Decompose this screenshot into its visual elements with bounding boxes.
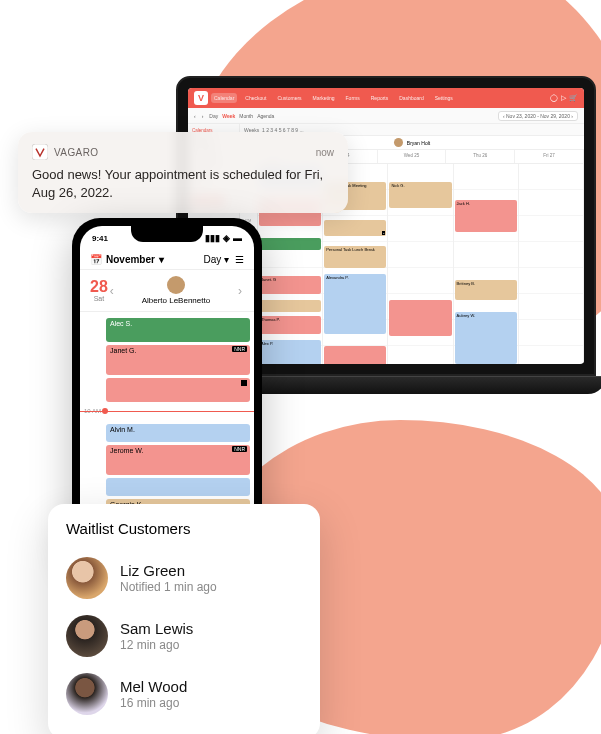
signal-icon: ▮▮▮ (205, 233, 220, 243)
play-icon[interactable]: ▷ (561, 94, 566, 102)
vagaro-app-icon (32, 144, 48, 160)
current-time-indicator (80, 411, 254, 412)
nav-dashboard[interactable]: Dashboard (396, 93, 426, 103)
nav-reports[interactable]: Reports (368, 93, 392, 103)
battery-icon: ▬ (233, 233, 242, 243)
staff-selector[interactable]: Alberto LeBennetto (116, 276, 236, 305)
push-notification[interactable]: VAGARO now Good news! Your appointment i… (18, 132, 348, 213)
calendar-event[interactable]: Aubrey W. (455, 312, 517, 364)
notification-app-name: VAGARO (54, 147, 98, 158)
calendar-event[interactable] (106, 378, 250, 402)
avatar (66, 557, 108, 599)
prev-staff-icon[interactable]: ‹ (108, 284, 116, 298)
waitlist-item[interactable]: Liz GreenNotified 1 min ago (66, 549, 302, 607)
month-picker[interactable]: 📅 November ▾ (90, 254, 164, 265)
avatar (394, 138, 403, 147)
calendar-icon: 📅 (90, 254, 102, 265)
desktop-toolbar: ‹ › DayWeekMonthAgenda ‹ Nov 23, 2020 - … (188, 108, 584, 124)
calendar-event[interactable]: Jack H. (455, 200, 517, 232)
calendar-event[interactable]: Alec S. (106, 318, 250, 342)
time-label (80, 344, 101, 376)
view-month[interactable]: Month (239, 113, 253, 119)
nav-checkout[interactable]: Checkout (242, 93, 269, 103)
calendar-event[interactable] (389, 300, 451, 336)
chevron-down-icon: ▾ (159, 254, 164, 265)
avatar (167, 276, 185, 294)
day-header: Thu 26 (446, 150, 515, 163)
wifi-icon: ◈ (223, 233, 230, 243)
cart-icon[interactable]: 🛒 (569, 94, 578, 102)
customer-subtitle: 16 min ago (120, 696, 187, 710)
nav-customers[interactable]: Customers (274, 93, 304, 103)
calendar-event[interactable]: Personal Task Lunch Break (324, 246, 386, 268)
calendar-event[interactable] (259, 238, 321, 250)
vagaro-logo-icon: V (194, 91, 208, 105)
calendar-event[interactable] (259, 300, 321, 312)
day-header: Wed 25 (378, 150, 447, 163)
view-week[interactable]: Week (222, 113, 235, 119)
day-header: Fri 27 (515, 150, 584, 163)
waitlist-item[interactable]: Sam Lewis12 min ago (66, 607, 302, 665)
calendar-event[interactable]: Janet. G (259, 276, 321, 294)
calendar-event[interactable] (106, 478, 250, 496)
waitlist-title: Waitlist Customers (66, 520, 302, 537)
calendar-event[interactable]: ▪ (324, 220, 386, 236)
calendar-event[interactable]: Alvin M. (106, 424, 250, 442)
prev-icon[interactable]: ‹ (194, 113, 196, 119)
nav-forms[interactable]: Forms (343, 93, 363, 103)
customer-name: Mel Wood (120, 678, 187, 695)
calendar-event[interactable]: Alex P. (259, 340, 321, 364)
calendar-event[interactable]: Thomas P. (259, 316, 321, 334)
nav-calendar[interactable]: Calendar (211, 93, 237, 103)
header-icons: ◯ ▷ 🛒 (550, 94, 578, 102)
selected-date[interactable]: 28Sat (90, 279, 108, 302)
avatar (66, 673, 108, 715)
nav-settings[interactable]: Settings (432, 93, 456, 103)
customer-subtitle: Notified 1 min ago (120, 580, 217, 594)
customer-name: Liz Green (120, 562, 217, 579)
phone-notch (131, 226, 203, 242)
view-day[interactable]: Day (209, 113, 218, 119)
customer-subtitle: 12 min ago (120, 638, 193, 652)
waitlist-card: Waitlist Customers Liz GreenNotified 1 m… (48, 504, 320, 734)
notification-time: now (316, 147, 334, 158)
calendar-event[interactable]: Alexandra P. (324, 274, 386, 334)
calendar-event[interactable] (324, 346, 386, 364)
time-label: 10 AM (80, 408, 101, 440)
date-range-picker[interactable]: ‹ Nov 23, 2020 - Nov 29, 2020 › (498, 111, 578, 121)
customer-name: Sam Lewis (120, 620, 193, 637)
filter-icon[interactable]: ☰ (235, 254, 244, 265)
desktop-header: V CalendarCheckoutCustomersMarketingForm… (188, 88, 584, 108)
time-label (80, 376, 101, 408)
next-staff-icon[interactable]: › (236, 284, 244, 298)
view-picker[interactable]: Day ▾ (203, 254, 229, 265)
calendar-event[interactable]: Nick G. (389, 182, 451, 208)
view-agenda[interactable]: Agenda (257, 113, 274, 119)
nav-marketing[interactable]: Marketing (310, 93, 338, 103)
time-label (80, 440, 101, 472)
status-time: 9:41 (92, 234, 108, 243)
time-label (80, 312, 101, 344)
avatar (66, 615, 108, 657)
calendar-event[interactable]: Janet G.NNR (106, 345, 250, 375)
svg-rect-0 (32, 144, 48, 160)
calendar-event[interactable]: Brittney B. (455, 280, 517, 300)
next-icon[interactable]: › (202, 113, 204, 119)
calendar-event[interactable]: Jerome W.NNR (106, 445, 250, 475)
notification-message: Good news! Your appointment is scheduled… (32, 166, 334, 201)
help-icon[interactable]: ◯ (550, 94, 558, 102)
waitlist-item[interactable]: Mel Wood16 min ago (66, 665, 302, 723)
